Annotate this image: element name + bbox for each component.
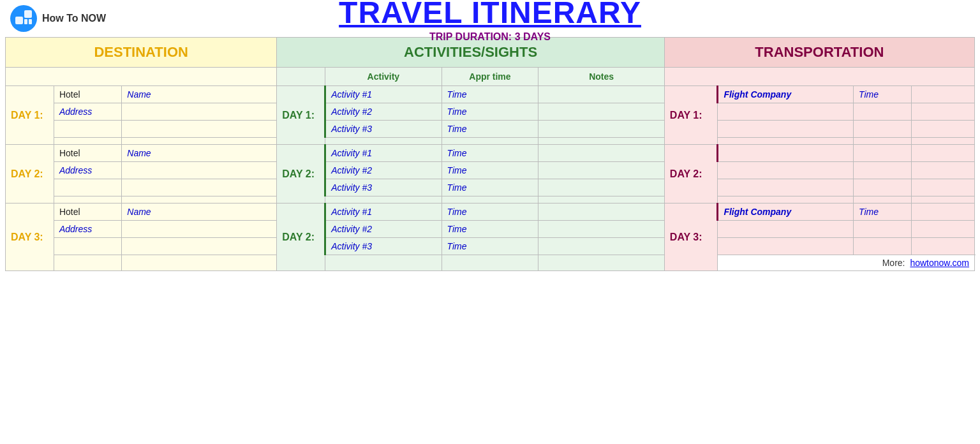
trip-duration: TRIP DURATION: 3 DAYS [339, 31, 641, 43]
day1-tr-time: Time [854, 86, 912, 103]
day1-tr-label: DAY 1: [664, 86, 718, 145]
day2-address-label: Address [54, 162, 121, 179]
day2-row1: DAY 2: Hotel Name DAY 2: Activity #1 Tim… [6, 145, 975, 162]
day1-act1-time: Time [442, 86, 538, 103]
day1-row1: DAY 1: Hotel Name DAY 1: Activity #1 Tim… [6, 86, 975, 103]
day1-address-label: Address [54, 103, 121, 121]
day1-hotel-label: Hotel [54, 86, 121, 103]
main-title: TRAVEL ITINERARY [339, 0, 641, 30]
footer-more-label: More: [882, 258, 905, 268]
footer-link[interactable]: howtonow.com [910, 258, 969, 268]
day3-row4: More: howtonow.com [6, 255, 975, 271]
day3-act3-name: Activity #3 [325, 238, 442, 255]
day3-act-label: DAY 2: [277, 204, 325, 271]
svg-rect-3 [24, 19, 27, 24]
title-area: TRAVEL ITINERARY TRIP DURATION: 3 DAYS [339, 0, 641, 43]
day3-row2: Address Activity #2 Time [6, 221, 975, 238]
day3-tr-time: Time [854, 204, 912, 221]
svg-rect-1 [15, 17, 23, 24]
day1-act2-name: Activity #2 [325, 103, 442, 121]
day3-act3-time: Time [442, 238, 538, 255]
itinerary-table: DESTINATION ACTIVITIES/SIGHTS TRANSPORTA… [5, 37, 975, 271]
day3-act2-name: Activity #2 [325, 221, 442, 238]
day2-row2: Address Activity #2 Time [6, 162, 975, 179]
day2-row4 [6, 196, 975, 204]
day3-hotel-name: Name [122, 204, 277, 221]
transportation-header: TRANSPORTATION [664, 38, 974, 68]
day3-tr-label: DAY 3: [664, 204, 718, 271]
day1-act1-notes [538, 86, 664, 103]
page-header: How To NOW TRAVEL ITINERARY TRIP DURATIO… [0, 0, 980, 37]
day3-row3: Activity #3 Time [6, 238, 975, 255]
table-container: DESTINATION ACTIVITIES/SIGHTS TRANSPORTA… [0, 37, 980, 276]
destination-header: DESTINATION [6, 38, 277, 68]
sub-apprtime-col: Appr time [442, 68, 538, 86]
day3-label: DAY 3: [6, 204, 54, 271]
day2-label: DAY 2: [6, 145, 54, 204]
svg-point-0 [10, 5, 37, 32]
day1-row4 [6, 138, 975, 145]
svg-rect-4 [29, 19, 32, 24]
day3-address-label: Address [54, 221, 121, 238]
day3-act1-name: Activity #1 [325, 204, 442, 221]
day2-act3-time: Time [442, 179, 538, 196]
day1-label: DAY 1: [6, 86, 54, 145]
day3-act1-time: Time [442, 204, 538, 221]
day1-act-label: DAY 1: [277, 86, 325, 145]
day1-act2-time: Time [442, 103, 538, 121]
day3-act2-time: Time [442, 221, 538, 238]
day2-act1-name: Activity #1 [325, 145, 442, 162]
day2-hotel-name: Name [122, 145, 277, 162]
sub-notes-col: Notes [538, 68, 664, 86]
day1-row3: Activity #3 Time [6, 121, 975, 138]
day2-hotel-label: Hotel [54, 145, 121, 162]
logo-text: How To NOW [42, 13, 106, 24]
day2-act2-time: Time [442, 162, 538, 179]
day1-act3-time: Time [442, 121, 538, 138]
day1-hotel-name: Name [122, 86, 277, 103]
footer-cell: More: howtonow.com [718, 255, 975, 271]
day2-act2-name: Activity #2 [325, 162, 442, 179]
day2-act3-name: Activity #3 [325, 179, 442, 196]
sub-header-row: Activity Appr time Notes [6, 68, 975, 86]
day3-row1: DAY 3: Hotel Name DAY 2: Activity #1 Tim… [6, 204, 975, 221]
day1-act3-name: Activity #3 [325, 121, 442, 138]
day2-tr-label: DAY 2: [664, 145, 718, 204]
day2-row3: Activity #3 Time [6, 179, 975, 196]
day1-tr-extra [912, 86, 975, 103]
day3-tr-company: Flight Company [718, 204, 854, 221]
day1-tr-company: Flight Company [718, 86, 854, 103]
day2-act-label: DAY 2: [277, 145, 325, 204]
day1-row2: Address Activity #2 Time [6, 103, 975, 121]
day3-hotel-label: Hotel [54, 204, 121, 221]
logo-area: How To NOW [10, 5, 106, 32]
day2-act1-time: Time [442, 145, 538, 162]
day1-act1-name: Activity #1 [325, 86, 442, 103]
logo-icon [10, 5, 37, 32]
svg-rect-2 [24, 10, 32, 18]
sub-activity-col: Activity [325, 68, 442, 86]
